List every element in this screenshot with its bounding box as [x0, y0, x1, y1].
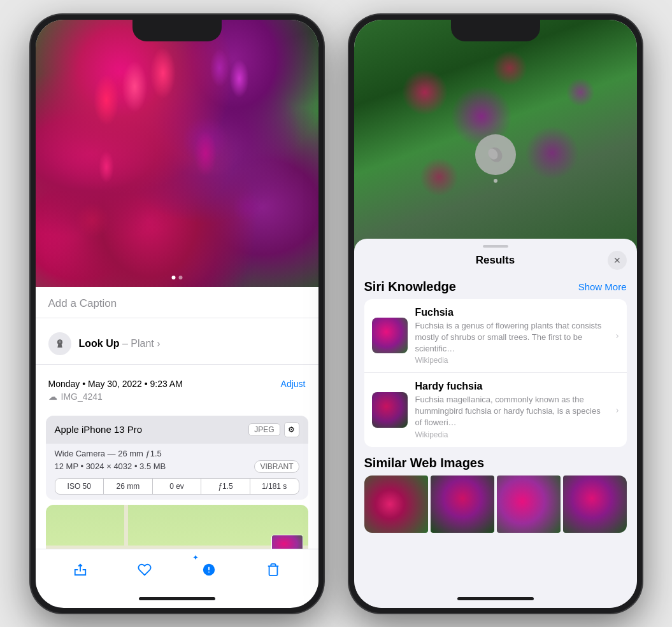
similar-header: Similar Web Images — [364, 456, 627, 470]
results-panel: Results ✕ Siri Knowledge Show More — [354, 239, 637, 608]
left-phone: Add a Caption Look Up – Plant › Monday •… — [31, 15, 324, 613]
info-button[interactable]: ✦ — [195, 556, 223, 584]
delete-button[interactable] — [259, 556, 287, 584]
notch-right — [451, 20, 540, 41]
share-button[interactable] — [66, 556, 94, 584]
similar-image-2[interactable] — [431, 476, 494, 533]
camera-specs: 12 MP • 3024 × 4032 • 3.5 MB — [55, 461, 166, 471]
similar-title: Similar Web Images — [364, 456, 485, 470]
camera-settings-icon[interactable]: ⚙ — [284, 422, 299, 437]
camera-header: Apple iPhone 13 Pro JPEG ⚙ — [46, 416, 308, 444]
hardy-info: Hardy fuchsia Fuchsia magellanica, commo… — [415, 381, 608, 439]
exif-iso: ISO 50 — [55, 479, 104, 494]
camera-lens: Wide Camera — 26 mm ƒ1.5 — [55, 449, 299, 458]
fuchsia-info: Fuchsia Fuchsia is a genus of flowering … — [415, 307, 608, 365]
siri-visual-search-button[interactable] — [475, 134, 516, 175]
caption-area[interactable]: Add a Caption — [36, 287, 318, 318]
caption-placeholder[interactable]: Add a Caption — [48, 297, 117, 309]
jpeg-badge: JPEG — [248, 423, 280, 436]
style-badge: VIBRANT — [254, 460, 299, 473]
lookup-section[interactable]: Look Up – Plant › — [36, 323, 318, 365]
fuchsia-thumbnail — [372, 318, 408, 353]
results-title: Results — [476, 254, 515, 267]
close-button[interactable]: ✕ — [608, 251, 627, 270]
like-button[interactable] — [131, 556, 159, 584]
fuchsia-source: Wikipedia — [415, 356, 608, 365]
show-more-button[interactable]: Show More — [578, 281, 627, 292]
lookup-icon — [48, 332, 71, 355]
right-phone: Results ✕ Siri Knowledge Show More — [349, 15, 642, 613]
exif-ev: 0 ev — [153, 479, 202, 494]
filename: IMG_4241 — [61, 391, 103, 402]
page-indicator — [171, 276, 182, 279]
hardy-chevron: › — [616, 405, 619, 415]
flower-image — [36, 20, 318, 287]
knowledge-item-fuchsia[interactable]: Fuchsia Fuchsia is a genus of flowering … — [364, 299, 627, 374]
knowledge-card: Fuchsia Fuchsia is a genus of flowering … — [364, 299, 627, 447]
similar-image-1[interactable] — [364, 476, 428, 533]
camera-model: Apple iPhone 13 Pro — [55, 424, 143, 435]
exif-row: ISO 50 26 mm 0 ev ƒ1.5 1/181 s — [55, 478, 299, 495]
photo-date: Monday • May 30, 2022 • 9:23 AM — [48, 379, 183, 389]
home-indicator — [139, 597, 215, 600]
right-photo-view — [354, 20, 637, 262]
exif-shutter: 1/181 s — [250, 479, 299, 494]
cloud-icon: ☁ — [48, 391, 57, 402]
info-section: Monday • May 30, 2022 • 9:23 AM Adjust ☁… — [36, 370, 318, 411]
exif-aperture: ƒ1.5 — [201, 479, 250, 494]
camera-badges: JPEG ⚙ — [248, 422, 299, 437]
hardy-desc: Fuchsia magellanica, commonly known as t… — [415, 394, 608, 429]
fuchsia-name: Fuchsia — [415, 307, 608, 318]
siri-knowledge-header: Siri Knowledge Show More — [364, 279, 627, 294]
similar-image-4[interactable] — [563, 476, 627, 533]
fuchsia-chevron: › — [616, 330, 619, 341]
svg-point-0 — [59, 340, 61, 343]
similar-section: Similar Web Images — [364, 456, 627, 533]
camera-section: Apple iPhone 13 Pro JPEG ⚙ Wide Camera —… — [46, 416, 308, 500]
photo-view[interactable] — [36, 20, 318, 287]
adjust-button[interactable]: Adjust — [281, 379, 306, 389]
results-header: Results ✕ — [354, 248, 637, 273]
bottom-toolbar: ✦ — [36, 549, 318, 590]
similar-image-3[interactable] — [497, 476, 561, 533]
hardy-thumbnail — [372, 392, 408, 428]
home-indicator-right — [457, 597, 534, 600]
hardy-name: Hardy fuchsia — [415, 381, 608, 392]
knowledge-item-hardy[interactable]: Hardy fuchsia Fuchsia magellanica, commo… — [364, 373, 627, 447]
dot-2 — [178, 276, 182, 279]
camera-details: Wide Camera — 26 mm ƒ1.5 12 MP • 3024 × … — [46, 444, 308, 500]
lookup-label: Look Up – Plant › — [79, 338, 161, 349]
exif-focal: 26 mm — [104, 479, 153, 494]
dot-1 — [171, 276, 175, 279]
siri-knowledge-title: Siri Knowledge — [364, 279, 456, 294]
similar-images-grid — [364, 476, 627, 533]
fuchsia-desc: Fuchsia is a genus of flowering plants t… — [415, 320, 608, 355]
siri-dot — [494, 179, 497, 183]
results-content: Siri Knowledge Show More Fuchsia Fuchsia… — [354, 273, 637, 598]
notch — [132, 20, 222, 41]
hardy-source: Wikipedia — [415, 430, 608, 439]
